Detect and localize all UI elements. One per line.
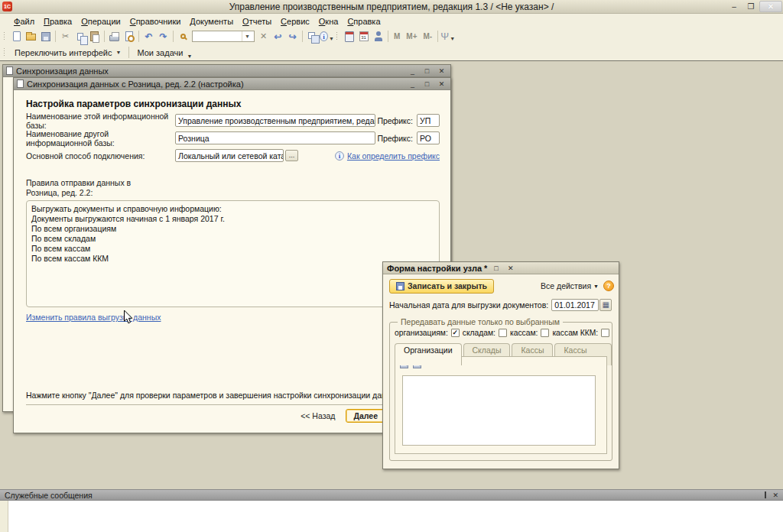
checkbox-kkm[interactable] [601,329,609,337]
clear-search-button[interactable]: ✕ [256,30,271,43]
menu-documents[interactable]: Документы [185,15,238,28]
calculator-icon [345,31,354,42]
toolbar-separator [104,31,105,42]
service-messages-titlebar[interactable]: Служебные сообщения ✕ [0,489,783,501]
menu-help[interactable]: Справка [343,15,385,28]
prefix-help-link[interactable]: Как определить префикс [347,151,440,161]
tab-organizations[interactable]: Организации [395,343,462,365]
go-back-button[interactable]: ↩ [271,30,285,43]
calendar-picker-button[interactable]: ▦ [599,299,612,311]
checkbox-organizations-label: организациям: [395,329,448,337]
window-close-button[interactable]: ✕ [505,263,516,274]
rules-textbox[interactable]: Выгружать документы и справочную информа… [26,200,440,307]
transfer-group-title: Передавать данные только по выбранным [398,317,563,326]
prefix-this-input[interactable]: УП [417,114,440,127]
open-button[interactable] [24,30,38,43]
window-maximize-button[interactable]: □ [421,79,433,89]
organizations-list[interactable] [402,375,596,446]
go-back-icon: ↩ [274,32,281,41]
toolbar-grip[interactable] [336,31,339,41]
my-tasks-label: Мои задачи [137,48,183,57]
new-document-button[interactable] [9,30,24,43]
print-preview-button[interactable] [122,30,136,43]
calculator-button[interactable] [342,30,356,43]
next-hint-text: Нажмите кнопку "Далее" для проверки пара… [26,391,402,400]
copy-button[interactable] [73,30,87,43]
organizations-tab-panel [395,356,607,454]
setup-heading: Настройка параметров синхронизации данны… [26,99,241,109]
window-maximize-button[interactable]: □ [421,66,433,76]
rules-line: Выгружать документы и справочную информа… [31,204,434,214]
switch-interface-button[interactable]: Переключить интерфейс ▼ [9,46,126,59]
prefix-other-input[interactable]: РО [417,131,440,144]
menu-catalogs[interactable]: Справочники [125,15,186,28]
connection-row: Основной способ подключения: Локальный и… [26,149,440,162]
window-minimize-button[interactable]: _ [407,66,418,76]
paste-icon [90,31,99,41]
undo-button[interactable]: ↶ [141,30,156,43]
pin-icon[interactable] [765,491,766,498]
change-rules-link[interactable]: Изменить правила выгрузки данных [26,313,161,322]
paste-button[interactable] [87,30,102,43]
app-restore-button[interactable]: ❐ [742,1,759,12]
cut-button[interactable]: ✂ [58,30,73,43]
window-maximize-button[interactable]: □ [490,263,502,274]
save-button[interactable] [38,30,53,43]
new-document-icon [13,31,21,41]
app-close-button[interactable]: ✕ [759,1,782,12]
go-forward-button[interactable]: ↪ [285,30,300,43]
toolbar-separator [388,31,388,42]
infobase-this-input[interactable]: Управление производственным предприятием… [175,114,375,127]
node-window-titlebar[interactable]: Форма настройки узла * □ ✕ [383,262,619,274]
chevron-down-icon[interactable]: ▼ [242,31,252,41]
info-button[interactable]: i▼ [320,30,334,43]
calendar-button[interactable] [356,30,371,43]
toolbar-grip[interactable] [3,31,6,41]
memory-recall-button[interactable]: M [391,32,403,41]
menu-service[interactable]: Сервис [276,15,314,28]
my-tasks-button[interactable]: Мои задачи ▼ [132,46,197,59]
redo-icon: ↷ [159,32,167,41]
menu-windows[interactable]: Окна [314,15,343,28]
close-icon[interactable]: ✕ [772,491,778,499]
menu-reports[interactable]: Отчеты [238,15,276,28]
help-button[interactable]: ? [603,281,614,291]
setup-window-titlebar[interactable]: Синхронизация данных с Розница, ред. 2.2… [14,78,450,90]
menu-file[interactable]: Файл [9,15,39,28]
window-close-button[interactable]: ✕ [436,66,447,76]
next-button[interactable]: Далее [346,409,385,423]
find-button[interactable] [176,30,190,43]
start-date-input[interactable]: 01.01.2017 [551,299,599,311]
service-messages-body[interactable] [0,501,783,532]
checkbox-warehouses[interactable] [499,329,507,337]
main-toolbar: ✂ ↶ ↷ ▼ ✕ ↩ ↪ i▼ M M+ M- Ψ▼ [0,28,783,44]
menu-edit[interactable]: Правка [39,15,76,28]
sync-window-titlebar[interactable]: Синхронизация данных _ □ ✕ [3,65,450,77]
redo-button[interactable]: ↷ [156,30,171,43]
checkbox-organizations[interactable] [451,329,460,337]
toolbar-grip[interactable] [3,47,6,57]
search-input[interactable] [193,32,242,41]
checkbox-cashboxes[interactable] [541,329,549,337]
print-button[interactable] [107,30,122,43]
window-minimize-button[interactable]: _ [407,79,418,89]
memory-add-button[interactable]: M+ [403,32,420,41]
window-close-button[interactable]: ✕ [436,79,447,89]
connection-browse-button[interactable]: ... [285,150,298,161]
start-date-row: Начальная дата для выгрузки документов: … [389,298,614,311]
info-icon: i [320,31,328,41]
start-date-label: Начальная дата для выгрузки документов: [389,300,548,310]
connection-input[interactable]: Локальный или сетевой каталог [175,149,284,162]
menu-operations[interactable]: Операции [76,15,125,28]
app-minimize-button[interactable]: – [726,1,742,12]
memory-subtract-button[interactable]: M- [421,32,436,41]
service-settings-button[interactable]: Ψ▼ [440,30,455,43]
back-button[interactable]: << Назад [297,410,338,422]
infobase-other-input[interactable]: Розница [175,131,375,144]
save-and-close-button[interactable]: Записать и закрыть [389,279,494,294]
app-title: Управление производственным предприятием… [0,2,783,12]
windows-list-button[interactable] [305,30,320,43]
search-combobox[interactable]: ▼ [192,31,255,42]
all-actions-button[interactable]: Все действия ▼ [541,281,599,290]
user-settings-button[interactable] [371,30,385,43]
